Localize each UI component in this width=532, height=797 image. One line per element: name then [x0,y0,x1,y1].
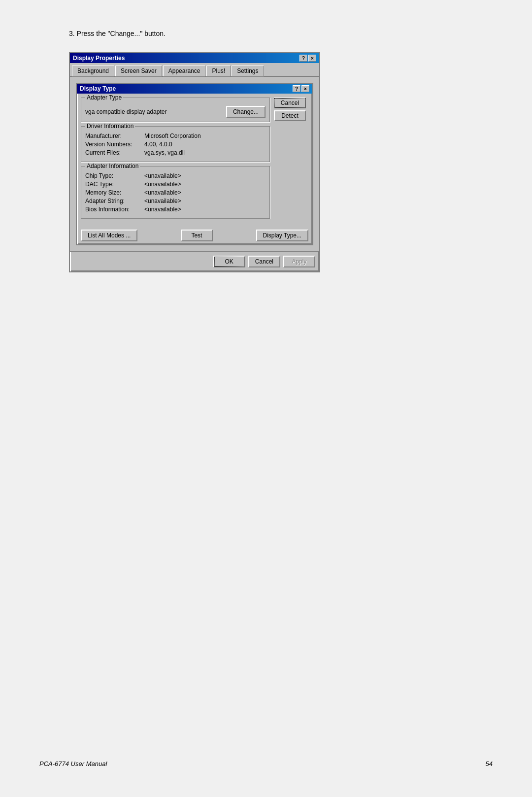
change-button[interactable]: Change... [226,106,266,118]
apply-button[interactable]: Apply [283,256,315,267]
help-button-outer[interactable]: ? [299,55,307,62]
chip-value: <unavailable> [144,172,181,179]
page-footer: PCA-6774 User Manual 54 [39,760,493,767]
inner-title-buttons: ? × [293,85,309,92]
bios-row: Bios Information: <unavailable> [85,206,266,213]
display-properties-title: Display Properties [73,55,125,62]
display-type-title-bar: Display Type ? × [77,84,312,94]
files-row: Current Files: vga.sys, vga.dll [85,149,266,156]
adapter-string-value: <unavailable> [144,198,181,204]
files-value: vga.sys, vga.dll [144,149,185,156]
adapter-name: vga compatible display adapter [85,108,222,115]
adapter-info-group: Adapter Information Chip Type: <unavaila… [81,166,270,219]
version-row: Version Numbers: 4.00, 4.0.0 [85,141,266,148]
memory-value: <unavailable> [144,189,181,196]
files-label: Current Files: [85,149,144,156]
chip-label: Chip Type: [85,172,144,179]
adapter-type-group: Adapter Type vga compatible display adap… [81,98,270,122]
adapter-info-label: Adapter Information [85,163,140,169]
bios-value: <unavailable> [144,206,181,213]
footer-right: 54 [486,760,493,767]
dac-value: <unavailable> [144,181,181,188]
display-type-content: Adapter Type vga compatible display adap… [77,94,312,227]
inner-bottom-buttons: List All Modes ... Test Display Type... [77,227,312,244]
inner-help-button[interactable]: ? [293,85,300,92]
memory-label: Memory Size: [85,189,144,196]
dac-row: DAC Type: <unavailable> [85,181,266,188]
page-instruction: 3. Press the "Change..." button. [69,30,493,37]
manufacturer-row: Manufacturer: Microsoft Corporation [85,133,266,139]
display-properties-dialog: Display Properties ? × Background Screen… [69,52,320,272]
ok-button[interactable]: OK [213,256,245,267]
inner-close-button[interactable]: × [301,85,309,92]
version-label: Version Numbers: [85,141,144,148]
adapter-row: vga compatible display adapter Change... [85,106,266,118]
display-type-title: Display Type [80,85,116,92]
version-value: 4.00, 4.0.0 [144,141,172,148]
adapter-string-label: Adapter String: [85,198,144,204]
title-bar-buttons: ? × [299,55,316,62]
test-button[interactable]: Test [181,230,213,241]
display-properties-content: Display Type ? × Adapter Type vga compat… [70,77,319,251]
memory-row: Memory Size: <unavailable> [85,189,266,196]
cancel-inner-button[interactable]: Cancel [274,98,306,108]
bottom-buttons: OK Cancel Apply [70,251,319,271]
inner-right-buttons: Cancel Detect [274,98,308,223]
close-button-outer[interactable]: × [308,55,316,62]
chip-row: Chip Type: <unavailable> [85,172,266,179]
display-properties-title-bar: Display Properties ? × [70,53,319,63]
driver-info-label: Driver Information [85,123,135,130]
adapter-type-label: Adapter Type [85,94,123,101]
detect-button[interactable]: Detect [274,110,306,121]
cancel-button[interactable]: Cancel [248,256,280,267]
manufacturer-value: Microsoft Corporation [144,133,201,139]
bios-label: Bios Information: [85,206,144,213]
manufacturer-label: Manufacturer: [85,133,144,139]
tab-background[interactable]: Background [72,66,114,76]
adapter-string-row: Adapter String: <unavailable> [85,198,266,204]
list-all-modes-button[interactable]: List All Modes ... [81,230,137,241]
tab-screen-saver[interactable]: Screen Saver [115,66,162,76]
footer-left: PCA-6774 User Manual [39,760,107,767]
display-type-left: Adapter Type vga compatible display adap… [81,98,270,223]
display-type-dialog: Display Type ? × Adapter Type vga compat… [76,83,313,245]
tab-plus[interactable]: Plus! [206,66,231,76]
tab-appearance[interactable]: Appearance [163,66,206,76]
dac-label: DAC Type: [85,181,144,188]
tab-bar: Background Screen Saver Appearance Plus!… [70,63,319,77]
display-type-button[interactable]: Display Type... [256,230,308,241]
driver-info-group: Driver Information Manufacturer: Microso… [81,126,270,162]
tab-settings[interactable]: Settings [232,66,264,76]
